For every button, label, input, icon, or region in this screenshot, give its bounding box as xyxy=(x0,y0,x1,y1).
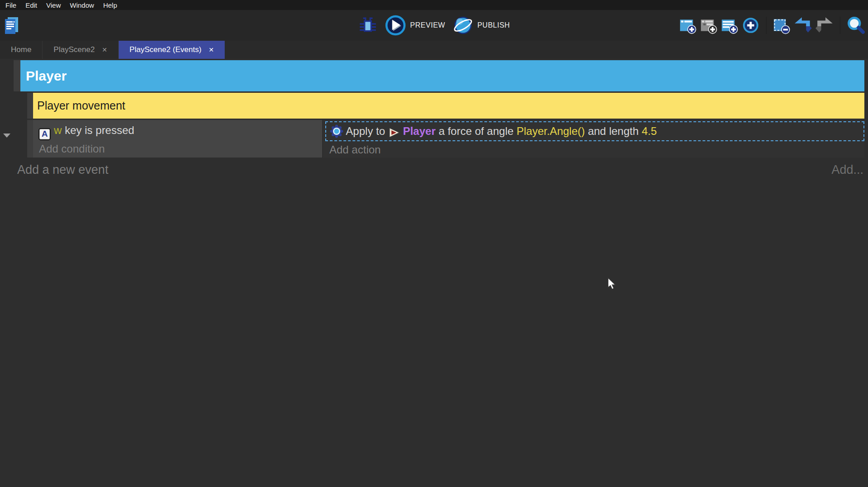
group-title: Player xyxy=(26,68,67,84)
tab-label: Home xyxy=(11,45,31,54)
menu-edit[interactable]: Edit xyxy=(21,1,42,9)
undo-button[interactable] xyxy=(793,17,812,34)
add-event-icon xyxy=(679,16,697,34)
add-action-link[interactable]: Add action xyxy=(325,143,864,156)
publish-label: PUBLISH xyxy=(477,21,510,29)
event-drag-handle[interactable] xyxy=(27,120,33,158)
action-item-selected[interactable]: Apply to Player a force of angle Player.… xyxy=(325,121,864,141)
publish-globe-icon xyxy=(453,15,473,36)
condition-item[interactable]: Aw key is pressed xyxy=(39,123,322,140)
events-toolbar xyxy=(679,10,865,41)
publish-button[interactable]: PUBLISH xyxy=(453,15,510,36)
event-row: Aw key is pressed Add condition xyxy=(33,120,864,158)
debugger-bug-icon xyxy=(358,16,378,35)
toolbar-separator xyxy=(766,17,767,34)
close-icon[interactable]: ✕ xyxy=(102,46,107,53)
tab-label: PlayScene2 xyxy=(53,45,95,54)
redo-icon xyxy=(815,17,834,34)
gdevelop-window: File Edit View Window Help xyxy=(0,0,868,487)
undo-icon xyxy=(793,17,812,34)
add-subevent-button[interactable] xyxy=(699,16,718,34)
tab-home[interactable]: Home xyxy=(0,41,42,59)
add-comment-icon xyxy=(720,16,738,34)
debugger-button[interactable] xyxy=(358,16,378,35)
event-group-header[interactable]: Player xyxy=(20,60,864,91)
close-icon[interactable]: ✕ xyxy=(209,46,214,53)
add-condition-link[interactable]: Add condition xyxy=(39,143,322,155)
events-sheet: Player Player movement Aw key is pressed… xyxy=(0,59,868,487)
comment-text: Player movement xyxy=(37,99,125,112)
condition-text: key is pressed xyxy=(62,124,134,136)
action-value: 4.5 xyxy=(641,125,656,137)
preview-play-icon xyxy=(385,15,406,36)
conditions-cell: Aw key is pressed Add condition xyxy=(33,120,323,158)
player-object-icon xyxy=(388,127,400,138)
action-object-name: Player xyxy=(403,125,435,137)
add-comment-button[interactable] xyxy=(720,16,738,34)
action-prefix: Apply to xyxy=(346,125,388,137)
group-drag-handle[interactable] xyxy=(14,60,20,91)
main-toolbar: PREVIEW PUBLISH xyxy=(0,10,868,41)
add-more-link[interactable]: Add... xyxy=(831,163,863,177)
tab-label: PlayScene2 (Events) xyxy=(130,45,202,54)
search-icon xyxy=(846,16,865,35)
menu-bar: File Edit View Window Help xyxy=(0,0,868,10)
add-event-button[interactable] xyxy=(679,16,697,34)
tab-bar: Home PlayScene2 ✕ PlayScene2 (Events) ✕ xyxy=(0,41,868,59)
tab-playscene2-events[interactable]: PlayScene2 (Events) ✕ xyxy=(118,41,225,59)
collapse-group-arrow-icon[interactable] xyxy=(3,134,10,138)
force-icon xyxy=(330,124,343,138)
search-events-button[interactable] xyxy=(846,16,865,35)
menu-window[interactable]: Window xyxy=(65,1,98,9)
actions-cell: Apply to Player a force of angle Player.… xyxy=(323,120,864,158)
action-tail: and length xyxy=(585,125,641,137)
add-new-event-link[interactable]: Add a new event xyxy=(17,163,108,177)
toolbar-separator xyxy=(840,17,840,34)
menu-file[interactable]: File xyxy=(1,1,21,9)
redo-button[interactable] xyxy=(815,17,834,34)
comment-drag-handle[interactable] xyxy=(27,93,33,119)
condition-key-name: w xyxy=(54,124,62,136)
action-expression: Player.Angle() xyxy=(516,125,585,137)
keyboard-key-icon: A xyxy=(39,128,51,140)
preview-label: PREVIEW xyxy=(410,21,445,29)
choose-add-event-button[interactable] xyxy=(741,16,760,35)
action-middle: a force of angle xyxy=(435,125,516,137)
menu-help[interactable]: Help xyxy=(99,1,122,9)
choose-event-icon xyxy=(741,16,760,35)
preview-button[interactable]: PREVIEW xyxy=(385,15,445,36)
mouse-cursor xyxy=(608,277,617,290)
tab-playscene2[interactable]: PlayScene2 ✕ xyxy=(42,41,118,59)
delete-selection-icon xyxy=(772,16,791,34)
comment-event[interactable]: Player movement xyxy=(33,93,864,119)
delete-selection-button[interactable] xyxy=(772,16,791,34)
add-subevent-icon xyxy=(699,16,718,34)
menu-view[interactable]: View xyxy=(42,1,65,9)
